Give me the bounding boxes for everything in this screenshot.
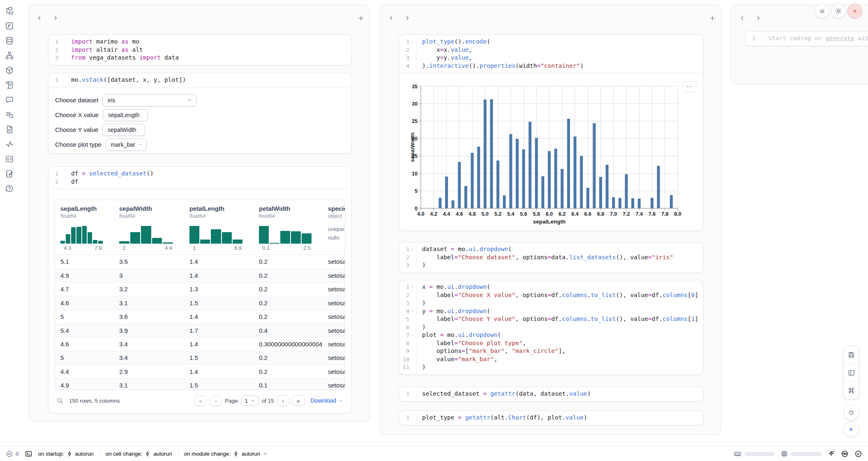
column-header-sepalLength[interactable]: sepalLengthfloat644.37.9 [55,200,119,254]
table-search-button[interactable] [56,397,64,404]
terminal-button[interactable] [25,450,32,458]
svg-text:7.6: 7.6 [649,211,656,217]
code-line: 1selected_dataset = getattr(data, datase… [399,390,703,398]
prev-page-button[interactable]: ‹ [210,395,222,406]
column-header-petalWidth[interactable]: petalWidthfloat640.12.5 [259,200,328,254]
save-button[interactable] [844,346,859,364]
shutdown-button[interactable] [847,4,862,18]
column-header-species[interactable]: speciesobjectunique:nulls: [328,200,345,254]
code-line: 4y = mo.ui.dropdown( [399,307,703,316]
download-button[interactable]: Download [311,397,344,404]
sidebar-tracing-button[interactable] [5,139,14,149]
connection-status-button[interactable] [854,450,862,458]
next-page-button[interactable]: › [277,395,289,406]
svg-text:5.2: 5.2 [494,211,501,217]
svg-text:5.4: 5.4 [507,211,514,217]
table-row: 53.61.40.2setosa [55,310,345,323]
runtime-config-on-module-change[interactable]: on module change:autorun [184,451,268,457]
cell-output-chart: 051015202530354.04.24.44.64.85.05.25.45.… [399,73,703,230]
sidebar-logs-button[interactable] [5,80,14,90]
sidebar-documentation-button[interactable] [5,124,14,134]
code-editor-xyplot[interactable]: 1x = mo.ui.dropdown(2 label="Choose X va… [399,280,703,374]
column-scroll-right-button[interactable] [51,14,60,23]
column-scroll-left-button[interactable] [387,14,396,23]
column-scroll-right-button[interactable] [403,14,412,23]
sidebar-packages-button[interactable] [5,65,14,75]
control-row: Choose X valuesepalLength [55,109,351,121]
table-pagination: 150 rows, 5 columns « ‹ Page 1 of 15 › »… [55,392,345,410]
runtime-config-on-startup[interactable]: on startup:autorun [38,451,94,457]
sidebar-scratchpad-button[interactable] [5,169,14,178]
cell-empty-scratch: 1Start coding or generate with AI. [745,31,868,46]
add-cell-button[interactable] [356,14,365,23]
add-cell-button[interactable] [708,14,717,23]
code-editor-plot-type[interactable]: 1plot_type = getattr(alt.Chart(df), plot… [399,411,703,425]
vega-bar-chart[interactable]: 051015202530354.04.24.44.64.85.05.25.45.… [411,81,699,226]
column-scroll-left-button[interactable] [35,14,44,23]
svg-text:6.6: 6.6 [584,211,591,217]
table-row: 4.93.11.50.1setosa [55,378,345,390]
sidebar-table-of-contents-button[interactable] [5,110,14,119]
save-icon [847,351,855,359]
code-editor-vstack[interactable]: 1mo.vstack([dataset, x, y, plot]) [48,73,351,87]
sidebar-datasources-button[interactable] [5,36,14,45]
svg-text:7.8: 7.8 [661,211,668,217]
cell-output-controls: Choose datasetirisChoose X valuesepalLen… [48,87,351,151]
first-page-button[interactable]: « [194,395,207,406]
error-count-badge[interactable]: 0 [6,450,19,458]
sidebar-help-button[interactable] [5,184,14,193]
dropdown-choose-dataset[interactable]: iris [102,94,196,106]
column-scroll-right-button[interactable] [754,14,763,23]
settings-button[interactable] [831,4,846,18]
svg-text:4.2: 4.2 [430,211,437,217]
layout-panel-icon [847,369,855,377]
play-icon [847,426,855,433]
code-editor-selected-dataset[interactable]: 1selected_dataset = getattr(data, datase… [399,387,703,401]
app-view-button[interactable] [843,405,859,420]
ai-assist-button[interactable] [827,450,835,458]
ram-usage-meter [734,450,775,458]
keyboard-shortcuts-button[interactable] [844,381,859,399]
svg-text:30: 30 [412,101,418,107]
code-editor-df[interactable]: 1df = selected_dataset()2df [48,167,351,189]
svg-text:7.2: 7.2 [623,211,630,217]
chevron-down-icon [250,398,255,403]
cell-vstack: 1mo.vstack([dataset, x, y, plot]) Choose… [48,73,352,154]
sidebar-dependency-graph-button[interactable] [5,51,14,60]
column-scroll-left-button[interactable] [738,14,747,23]
code-editor-imports[interactable]: 1import marimo as mo2import altair as al… [48,35,351,65]
svg-text:35: 35 [412,84,418,90]
run-all-button[interactable] [843,422,859,437]
status-bar: 0 on startup:autorunon cell change:autor… [0,446,868,461]
code-editor-plot[interactable]: 1plot_type().encode(2 x=x.value,3 y=y.va… [399,35,703,73]
code-line: 3 y=y.value, [399,54,703,62]
sidebar-ai-chat-button[interactable] [5,95,14,104]
sidebar-file-explorer-button[interactable] [5,6,14,16]
dropdown-label: Choose X value [55,111,99,118]
dropdown-choose-x-value[interactable]: sepalLength [103,109,148,121]
chart-menu-button[interactable] [682,81,696,92]
cell-plot-type: 1plot_type = getattr(alt.Chart(df), plot… [399,410,703,425]
page-select[interactable]: 1 [241,396,259,406]
dropdown-choose-y-value[interactable]: sepalWidth [102,124,145,136]
activity-sidebar [0,0,19,446]
column-header-petalLength[interactable]: petalLengthfloat6416.9 [189,200,259,254]
code-line: 1x = mo.ui.dropdown( [399,283,703,291]
sidebar-variables-button[interactable] [5,21,14,30]
svg-text:4.8: 4.8 [469,211,476,217]
code-line: 4).interactive().properties(width="conta… [399,62,703,70]
dropdown-choose-plot-type[interactable]: mark_bar [106,138,147,151]
runtime-config-on-cell-change[interactable]: on cell change:autorun [106,451,172,457]
svg-text:8.0: 8.0 [674,211,681,217]
code-editor-dataset[interactable]: 1dataset = mo.ui.dropdown(2 label="Choos… [399,242,703,272]
layout-toggle-button[interactable] [844,364,859,381]
svg-text:6.0: 6.0 [546,211,553,217]
code-editor-empty[interactable]: 1Start coding or generate with AI. [746,32,868,46]
copilot-button[interactable] [841,450,849,458]
sidebar-snippets-button[interactable] [5,154,14,164]
code-line: 3from vega_datasets import data [48,54,351,62]
last-page-button[interactable]: » [292,395,305,406]
notebook-menu-button[interactable] [815,4,829,18]
control-row: Choose Y valuesepalWidth [55,124,351,136]
column-header-sepalWidth[interactable]: sepalWidthfloat6424.4 [119,200,189,254]
